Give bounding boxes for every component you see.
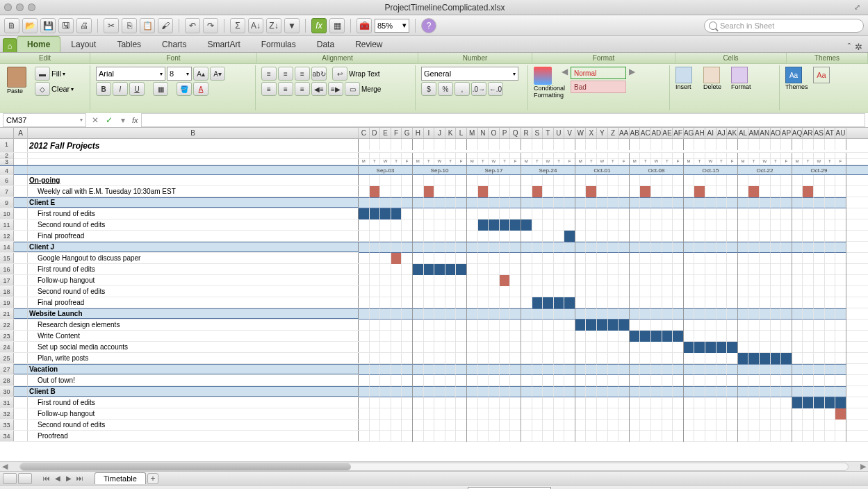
gantt-cell[interactable] (760, 275, 771, 286)
gantt-cell[interactable] (803, 275, 814, 286)
gantt-cell[interactable] (489, 331, 500, 342)
gantt-cell[interactable] (532, 331, 543, 342)
gantt-cell[interactable] (489, 408, 500, 420)
gantt-cell[interactable] (835, 364, 846, 375)
gantt-cell[interactable] (391, 231, 402, 242)
gantt-cell[interactable] (727, 139, 738, 150)
gantt-cell[interactable] (651, 219, 662, 231)
gantt-cell[interactable] (792, 175, 803, 186)
gantt-cell[interactable] (771, 297, 782, 308)
gantt-cell[interactable] (554, 431, 565, 442)
last-sheet-icon[interactable]: ⏭ (75, 474, 85, 483)
gantt-cell[interactable] (521, 139, 532, 150)
gantt-cell[interactable] (760, 231, 771, 242)
gantt-cell[interactable] (500, 375, 511, 386)
gantt-cell[interactable] (391, 197, 402, 208)
gantt-cell[interactable] (694, 197, 705, 208)
gantt-cell[interactable] (651, 342, 662, 353)
gantt-cell[interactable] (651, 139, 662, 150)
gantt-cell[interactable] (835, 331, 846, 342)
gantt-cell[interactable] (478, 139, 489, 150)
gantt-cell[interactable] (814, 197, 825, 208)
gantt-cell[interactable] (781, 308, 792, 320)
gantt-cell[interactable] (413, 139, 424, 150)
gantt-cell[interactable] (532, 397, 543, 408)
gantt-cell[interactable] (705, 197, 716, 208)
delete-cells-button[interactable]: Delete (703, 67, 728, 97)
gantt-cell[interactable] (694, 242, 705, 253)
gantt-cell[interactable] (619, 253, 630, 264)
open-icon[interactable]: 📂 (22, 18, 38, 33)
gantt-cell[interactable] (510, 386, 521, 397)
gantt-cell[interactable] (564, 208, 575, 219)
gantt-cell[interactable] (738, 375, 749, 386)
gantt-cell[interactable] (814, 175, 825, 186)
gantt-cell[interactable] (586, 420, 597, 431)
gantt-cell[interactable] (662, 242, 673, 253)
gantt-cell[interactable] (456, 397, 467, 408)
gantt-cell[interactable] (792, 286, 803, 297)
gantt-cell[interactable] (727, 253, 738, 264)
gantt-cell[interactable] (380, 264, 391, 275)
gantt-cell[interactable] (835, 408, 846, 420)
gantt-cell[interactable] (456, 253, 467, 264)
gantt-cell[interactable] (640, 431, 651, 442)
gantt-cell[interactable] (489, 264, 500, 275)
gantt-cell[interactable] (608, 342, 619, 353)
gantt-cell[interactable] (510, 186, 521, 197)
gantt-cell[interactable] (510, 308, 521, 320)
gantt-cell[interactable] (532, 242, 543, 253)
gantt-cell[interactable] (413, 320, 424, 331)
gantt-cell[interactable] (532, 308, 543, 320)
gantt-cell[interactable] (803, 219, 814, 231)
gantt-cell[interactable] (370, 364, 381, 375)
gantt-cell[interactable] (792, 342, 803, 353)
gantt-cell[interactable] (781, 364, 792, 375)
gantt-cell[interactable] (694, 364, 705, 375)
gantt-cell[interactable] (684, 431, 695, 442)
gantt-cell[interactable] (467, 186, 478, 197)
gantt-cell[interactable] (478, 397, 489, 408)
gantt-cell[interactable] (705, 139, 716, 150)
gantt-cell[interactable] (500, 175, 511, 186)
gantt-cell[interactable] (489, 308, 500, 320)
gantt-cell[interactable] (727, 308, 738, 320)
gantt-cell[interactable] (434, 353, 445, 364)
gantt-cell[interactable] (792, 231, 803, 242)
column-headers[interactable]: ABCDEFGHIJKLMNOPQRSTUVWXYZAAABACADAEAFAG… (0, 128, 868, 139)
gantt-cell[interactable] (456, 197, 467, 208)
formula-input[interactable] (141, 113, 865, 127)
gantt-cell[interactable] (748, 408, 760, 420)
gantt-cell[interactable] (564, 242, 575, 253)
gantt-cell[interactable] (467, 219, 478, 231)
gantt-cell[interactable] (608, 331, 619, 342)
gantt-cell[interactable] (500, 231, 511, 242)
gantt-cell[interactable] (370, 308, 381, 320)
gantt-cell[interactable] (413, 275, 424, 286)
insert-cells-button[interactable]: Insert (675, 67, 701, 97)
gantt-cell[interactable] (760, 175, 771, 186)
filter-icon[interactable]: ▼ (284, 18, 300, 33)
gantt-cell[interactable] (586, 219, 597, 231)
gantt-cell[interactable] (564, 431, 575, 442)
gantt-cell[interactable] (380, 186, 391, 197)
gantt-cell[interactable] (402, 175, 413, 186)
gantt-cell[interactable] (532, 264, 543, 275)
first-sheet-icon[interactable]: ⏮ (42, 474, 51, 483)
gantt-cell[interactable] (543, 397, 554, 408)
gantt-cell[interactable] (500, 297, 511, 308)
gantt-cell[interactable] (413, 242, 424, 253)
gantt-cell[interactable] (391, 353, 402, 364)
gantt-cell[interactable] (630, 353, 641, 364)
gantt-cell[interactable] (359, 208, 370, 219)
gantt-cell[interactable] (402, 364, 413, 375)
gantt-cell[interactable] (521, 186, 532, 197)
gantt-cell[interactable] (510, 320, 521, 331)
gantt-cell[interactable] (716, 139, 728, 150)
gantt-cell[interactable] (684, 275, 695, 286)
gantt-cell[interactable] (510, 364, 521, 375)
gantt-cell[interactable] (489, 175, 500, 186)
gantt-cell[interactable] (500, 264, 511, 275)
gantt-cell[interactable] (694, 275, 705, 286)
gantt-cell[interactable] (814, 397, 825, 408)
